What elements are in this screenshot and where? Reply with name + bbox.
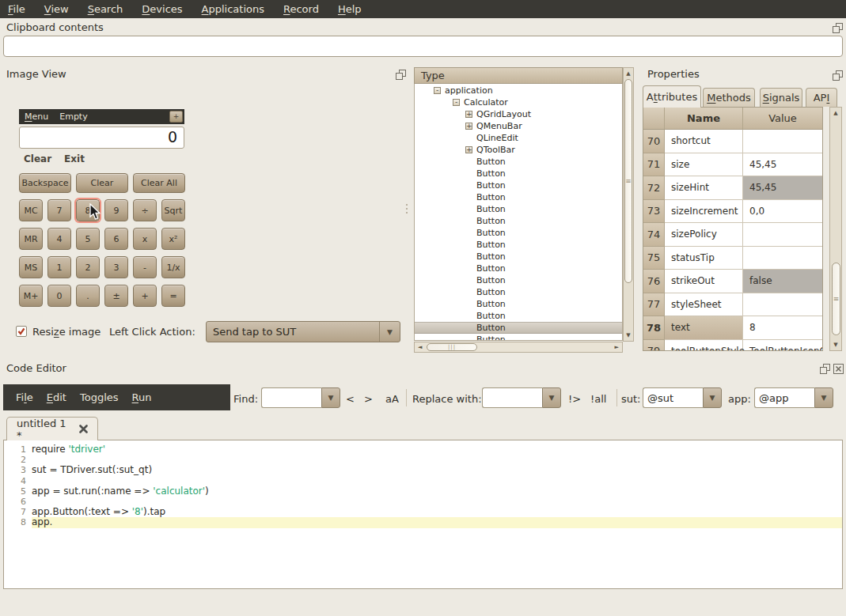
calc-button-3[interactable]: 3 bbox=[104, 256, 128, 278]
tree-item-qgridlayout[interactable]: +QGridLayout bbox=[415, 108, 622, 120]
calc-button-÷[interactable]: ÷ bbox=[133, 199, 157, 221]
tree-expander-icon[interactable]: + bbox=[465, 146, 472, 153]
tree-item-button[interactable]: +Button bbox=[415, 239, 622, 251]
row-number[interactable]: 71 bbox=[643, 153, 665, 177]
tree-item-qmenubar[interactable]: +QMenuBar bbox=[415, 120, 622, 132]
tree-item-button[interactable]: +Button bbox=[415, 156, 622, 168]
tree-item-button[interactable]: +Button bbox=[415, 263, 622, 274]
calc-button-clear-all[interactable]: Clear All bbox=[133, 173, 185, 193]
code-text[interactable] bbox=[32, 455, 842, 465]
row-number[interactable]: 74 bbox=[643, 223, 665, 247]
find-prev-button[interactable]: < bbox=[346, 393, 355, 405]
calc-button-7[interactable]: 7 bbox=[47, 199, 71, 221]
menu-item-search[interactable]: Search bbox=[88, 3, 123, 15]
row-number[interactable]: 78 bbox=[643, 316, 665, 340]
match-case-button[interactable]: aA bbox=[385, 393, 399, 405]
tree-item-button[interactable]: +Button bbox=[415, 168, 622, 180]
row-number[interactable]: 76 bbox=[643, 270, 665, 293]
property-value[interactable] bbox=[743, 293, 822, 317]
row-number[interactable]: 79 bbox=[643, 340, 665, 352]
calculator-display[interactable]: 0 bbox=[19, 127, 184, 149]
calc-toolbar-exit[interactable]: Exit bbox=[64, 153, 85, 164]
row-number[interactable]: 75 bbox=[643, 247, 665, 270]
calc-button-+[interactable]: + bbox=[133, 285, 157, 307]
sut-input[interactable] bbox=[643, 387, 703, 408]
property-name[interactable]: statusTip bbox=[665, 247, 743, 270]
clipboard-input[interactable] bbox=[3, 36, 843, 57]
property-name[interactable]: sizeIncrement bbox=[665, 200, 743, 224]
editor-menu-item-run[interactable]: Run bbox=[132, 391, 152, 403]
editor-menu-item-file[interactable]: File bbox=[16, 391, 33, 403]
tree-item-application[interactable]: -application bbox=[415, 85, 622, 96]
calc-button--[interactable]: - bbox=[133, 256, 157, 278]
property-value[interactable]: 45,45 bbox=[743, 153, 822, 177]
menu-item-devices[interactable]: Devices bbox=[142, 3, 182, 15]
property-name[interactable]: shortcut bbox=[665, 130, 743, 153]
row-number[interactable]: 73 bbox=[643, 200, 665, 224]
tree-item-button[interactable]: +Button bbox=[415, 227, 622, 239]
calc-menu-item-empty[interactable]: Empty bbox=[59, 111, 87, 122]
scrollbar-thumb[interactable]: ||| bbox=[427, 343, 477, 351]
scroll-right-icon[interactable]: ► bbox=[615, 344, 619, 350]
scroll-down-icon[interactable]: ▼ bbox=[624, 332, 633, 338]
tree-item-button[interactable]: +Button bbox=[415, 274, 622, 286]
tree-item-button[interactable]: +Button bbox=[415, 310, 622, 322]
menu-item-help[interactable]: Help bbox=[338, 3, 362, 15]
calc-button-ms[interactable]: MS bbox=[19, 256, 43, 278]
calc-button-6[interactable]: 6 bbox=[104, 228, 128, 250]
scrollbar-thumb[interactable]: ≡ bbox=[624, 79, 632, 283]
property-name[interactable]: sizeHint bbox=[665, 176, 743, 200]
dropdown-arrow-icon[interactable]: ▼ bbox=[542, 387, 561, 408]
tree-item-button[interactable]: +Button bbox=[415, 203, 622, 215]
property-name[interactable]: text bbox=[665, 316, 743, 340]
property-name[interactable]: size bbox=[665, 153, 743, 177]
resize-image-checkbox[interactable] bbox=[16, 326, 27, 337]
calc-button-=[interactable]: = bbox=[161, 285, 185, 307]
properties-vertical-scrollbar[interactable]: ▲ ≡ ▼ bbox=[829, 107, 842, 351]
tree-expander-icon[interactable]: + bbox=[465, 123, 472, 130]
panel-splitter-handle[interactable] bbox=[405, 204, 408, 217]
float-panel-icon[interactable] bbox=[833, 23, 843, 33]
find-input[interactable] bbox=[261, 387, 321, 408]
code-text[interactable]: require 'tdriver' bbox=[32, 444, 842, 455]
name-column-header[interactable]: Name bbox=[665, 108, 743, 129]
editor-menu-item-toggles[interactable]: Toggles bbox=[80, 391, 119, 403]
scroll-up-icon[interactable]: ▲ bbox=[624, 70, 633, 77]
property-value[interactable] bbox=[743, 247, 822, 270]
calc-button-x[interactable]: x bbox=[133, 228, 157, 250]
property-name[interactable]: toolButtonStyle bbox=[665, 340, 743, 352]
tree-horizontal-scrollbar[interactable]: ◄ ||| ► bbox=[414, 342, 623, 353]
calc-button-9[interactable]: 9 bbox=[104, 199, 128, 221]
calc-button-mc[interactable]: MC bbox=[19, 199, 43, 221]
tree-vertical-scrollbar[interactable]: ▲ ≡ ▼ bbox=[623, 67, 634, 342]
code-text[interactable]: app.Button(:text => '8').tap bbox=[32, 507, 842, 517]
tree-item-button[interactable]: +Button bbox=[415, 298, 622, 310]
menu-item-view[interactable]: View bbox=[44, 3, 69, 15]
tree-item-qlineedit[interactable]: +QLineEdit bbox=[415, 132, 622, 144]
calc-button-backspace[interactable]: Backspace bbox=[19, 173, 71, 193]
tab-api[interactable]: API bbox=[806, 88, 837, 107]
tree-item-button[interactable]: +Button bbox=[415, 322, 622, 334]
calc-button-m+[interactable]: M+ bbox=[19, 285, 43, 307]
menu-item-file[interactable]: File bbox=[8, 3, 25, 15]
tab-signals[interactable]: Signals bbox=[760, 88, 802, 107]
property-value[interactable] bbox=[743, 223, 822, 247]
calc-button-x²[interactable]: x² bbox=[161, 228, 185, 250]
float-panel-icon[interactable] bbox=[396, 70, 406, 80]
row-number[interactable]: 77 bbox=[643, 293, 665, 317]
calc-button-±[interactable]: ± bbox=[104, 285, 128, 307]
menu-item-applications[interactable]: Applications bbox=[202, 3, 264, 15]
editor-tab-untitled-1[interactable]: untitled 1 * bbox=[6, 417, 98, 440]
tree-expander-icon[interactable]: - bbox=[434, 87, 441, 94]
calc-button-2[interactable]: 2 bbox=[76, 256, 100, 278]
property-value[interactable]: false bbox=[743, 270, 822, 293]
code-editor-area[interactable]: 1require 'tdriver'23sut = TDriver.sut(:s… bbox=[3, 440, 843, 589]
dropdown-arrow-icon[interactable]: ▼ bbox=[814, 387, 833, 408]
calc-button-1[interactable]: 1 bbox=[47, 256, 71, 278]
menu-item-record[interactable]: Record bbox=[283, 3, 319, 15]
float-panel-icon[interactable] bbox=[820, 364, 830, 374]
code-text[interactable]: app. bbox=[32, 517, 842, 527]
dropdown-arrow-icon[interactable]: ▼ bbox=[703, 387, 722, 408]
tree-item-button[interactable]: +Button bbox=[415, 191, 622, 203]
left-click-action-dropdown[interactable]: Send tap to SUT ▼ bbox=[206, 321, 400, 342]
